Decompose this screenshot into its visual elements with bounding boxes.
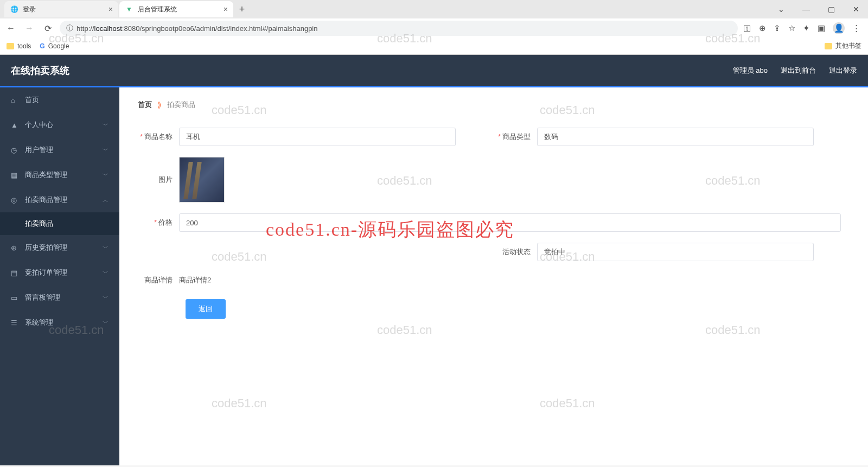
sidebar-item-messages[interactable]: ▭ 留言板管理 ﹀ [0, 285, 119, 310]
main-content: 首页 ⟫ 拍卖商品 *商品名称 *商品类型 图片 [119, 87, 868, 465]
chevron-down-icon: ﹀ [103, 146, 108, 154]
folder-icon [7, 43, 14, 49]
globe-icon: 🌐 [10, 5, 18, 14]
close-icon[interactable]: × [224, 5, 228, 14]
sidebar-item-home[interactable]: ⌂ 首页 [0, 87, 119, 112]
app-title: 在线拍卖系统 [11, 64, 69, 77]
sidebar-item-users[interactable]: ◷ 用户管理 ﹀ [0, 137, 119, 162]
clock-icon: ◷ [11, 146, 20, 154]
toolbar-icons: ⚿ ⊕ ⇪ ☆ ✦ ▣ 👤 ⋮ [743, 22, 864, 34]
reload-button[interactable]: ⟳ [41, 22, 54, 35]
close-window-icon[interactable]: ✕ [848, 5, 864, 14]
forward-button[interactable]: → [23, 22, 36, 35]
panel-icon[interactable]: ▣ [818, 23, 825, 33]
goto-front-link[interactable]: 退出到前台 [781, 66, 816, 75]
bookmark-google[interactable]: GGoogle [40, 42, 69, 50]
info-icon: ⓘ [66, 23, 73, 33]
field-label-price: *价格 [136, 218, 179, 228]
user-icon: ▲ [11, 121, 20, 129]
tab-title: 登录 [23, 5, 36, 14]
product-name-input[interactable] [179, 128, 456, 146]
sidebar-item-profile[interactable]: ▲ 个人中心 ﹀ [0, 112, 119, 137]
extensions-icon[interactable]: ✦ [803, 23, 810, 33]
chevron-down-icon[interactable]: ⌄ [774, 5, 789, 14]
zoom-icon[interactable]: ⊕ [759, 23, 766, 33]
google-icon: G [40, 42, 44, 50]
message-icon: ▭ [11, 294, 20, 302]
maximize-icon[interactable]: ▢ [824, 5, 839, 14]
sidebar-item-label: 首页 [25, 95, 39, 105]
price-input[interactable] [179, 213, 841, 232]
chevron-down-icon: ﹀ [103, 294, 108, 302]
sidebar-item-categories[interactable]: ▦ 商品类型管理 ﹀ [0, 162, 119, 187]
share-icon[interactable]: ⇪ [774, 23, 781, 33]
sidebar-item-auction-goods[interactable]: ◎ 拍卖商品管理 ︿ [0, 187, 119, 212]
browser-tab[interactable]: 🌐 登录 × [4, 1, 118, 17]
grid-icon: ▦ [11, 171, 20, 179]
logout-link[interactable]: 退出登录 [829, 66, 857, 75]
bookmarks-bar: tools GGoogle 其他书签 [0, 38, 868, 54]
chevron-down-icon: ﹀ [103, 171, 108, 179]
tab-title: 后台管理系统 [138, 5, 177, 14]
sidebar-item-label: 竞拍订单管理 [25, 268, 67, 277]
detail-form: *商品名称 *商品类型 图片 *价格 [119, 117, 868, 340]
header-actions: 管理员 abo 退出到前台 退出登录 [733, 66, 857, 75]
sidebar-item-label: 留言板管理 [25, 293, 60, 302]
minimize-icon[interactable]: — [799, 5, 814, 14]
home-icon: ⌂ [11, 96, 20, 104]
field-label-detail: 商品详情 [136, 275, 179, 285]
chevron-down-icon: ﹀ [103, 319, 108, 327]
sidebar-item-label: 拍卖商品管理 [25, 195, 67, 205]
key-icon[interactable]: ⚿ [743, 24, 751, 33]
activity-status-input[interactable] [537, 243, 814, 261]
bookmark-tools[interactable]: tools [7, 42, 31, 50]
product-detail-value: 商品详情2 [179, 272, 211, 288]
chevron-up-icon: ︿ [103, 196, 108, 204]
product-type-input[interactable] [537, 128, 814, 146]
product-image-thumbnail[interactable] [179, 157, 225, 203]
app-container: ⌂ 首页 ▲ 个人中心 ﹀ ◷ 用户管理 ﹀ ▦ 商品类型管理 ﹀ ◎ 拍卖商品… [0, 87, 868, 465]
url-input[interactable]: ⓘ http://localhost:8080/springbootp0eo6/… [60, 21, 738, 36]
browser-tab[interactable]: ▼ 后台管理系统 × [119, 1, 233, 17]
settings-icon: ☰ [11, 319, 20, 327]
chevron-down-icon: ﹀ [103, 244, 108, 252]
field-label-name: *商品名称 [136, 132, 179, 142]
history-icon: ⊕ [11, 244, 20, 252]
field-label-image: 图片 [136, 175, 179, 185]
sidebar-item-history[interactable]: ⊕ 历史竞拍管理 ﹀ [0, 235, 119, 260]
menu-icon[interactable]: ⋮ [852, 23, 860, 33]
breadcrumb: 首页 ⟫ 拍卖商品 [127, 93, 860, 117]
back-button[interactable]: 返回 [186, 299, 226, 319]
sidebar-item-system[interactable]: ☰ 系统管理 ﹀ [0, 310, 119, 335]
order-icon: ▤ [11, 269, 20, 277]
close-icon[interactable]: × [108, 5, 113, 14]
tab-bar: 🌐 登录 × ▼ 后台管理系统 × + ⌄ — ▢ ✕ [0, 0, 868, 18]
sidebar-item-label: 个人中心 [25, 120, 53, 130]
sidebar-item-label: 用户管理 [25, 145, 53, 155]
field-label-status: 活动状态 [494, 247, 537, 257]
address-bar: ← → ⟳ ⓘ http://localhost:8080/springboot… [0, 18, 868, 38]
app-header: 在线拍卖系统 管理员 abo 退出到前台 退出登录 [0, 55, 868, 87]
sidebar-subitem-auction-goods[interactable]: 拍卖商品 [0, 212, 119, 235]
breadcrumb-home[interactable]: 首页 [138, 100, 152, 110]
new-tab-button[interactable]: + [234, 2, 250, 17]
browser-chrome: 🌐 登录 × ▼ 后台管理系统 × + ⌄ — ▢ ✕ ← → ⟳ ⓘ http… [0, 0, 868, 55]
sidebar-item-orders[interactable]: ▤ 竞拍订单管理 ﹀ [0, 260, 119, 285]
vue-icon: ▼ [125, 5, 133, 14]
sidebar-item-label: 商品类型管理 [25, 170, 67, 180]
chevron-down-icon: ﹀ [103, 121, 108, 129]
admin-label[interactable]: 管理员 abo [733, 66, 768, 75]
folder-icon [825, 43, 832, 49]
sidebar-item-label: 历史竞拍管理 [25, 243, 67, 253]
star-icon[interactable]: ☆ [788, 23, 795, 33]
field-label-type: *商品类型 [494, 132, 537, 142]
target-icon: ◎ [11, 196, 20, 204]
bookmark-other[interactable]: 其他书签 [825, 41, 861, 51]
profile-icon[interactable]: 👤 [833, 22, 845, 34]
sidebar-item-label: 系统管理 [25, 318, 53, 327]
chevron-down-icon: ﹀ [103, 269, 108, 277]
breadcrumb-current: 拍卖商品 [167, 100, 195, 110]
url-text: http://localhost:8080/springbootp0eo6/ad… [76, 24, 317, 33]
breadcrumb-separator-icon: ⟫ [157, 100, 162, 109]
back-button[interactable]: ← [4, 22, 17, 35]
